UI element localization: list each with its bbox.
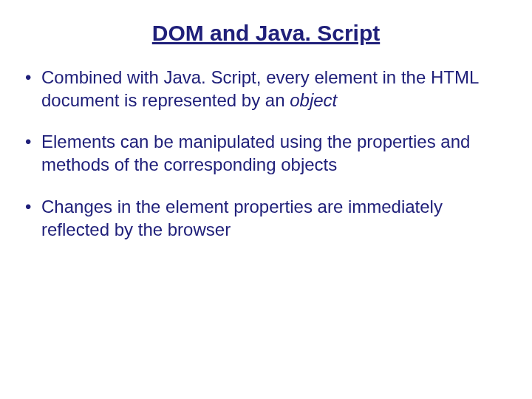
list-item: Changes in the element properties are im… <box>21 196 507 241</box>
bullet-emphasis: object <box>290 90 337 110</box>
bullet-text: Elements can be manipulated using the pr… <box>41 132 470 174</box>
bullet-text: Changes in the element properties are im… <box>41 197 443 239</box>
bullet-text: Combined with Java. Script, every elemen… <box>41 67 478 110</box>
bullet-list: Combined with Java. Script, every elemen… <box>21 66 511 241</box>
list-item: Combined with Java. Script, every elemen… <box>21 66 507 112</box>
list-item: Elements can be manipulated using the pr… <box>21 131 507 176</box>
slide: DOM and Java. Script Combined with Java.… <box>0 0 532 399</box>
slide-title: DOM and Java. Script <box>21 21 511 46</box>
